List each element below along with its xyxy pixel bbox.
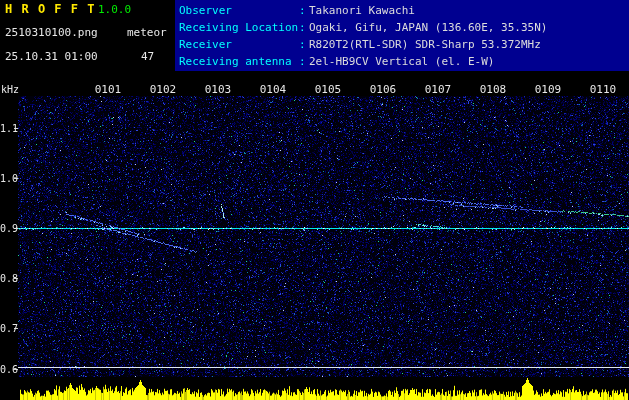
info-row-observer: Observer : Takanori Kawachi <box>179 2 629 19</box>
info-row-location: Receiving Location : Ogaki, Gifu, JAPAN … <box>179 19 629 36</box>
x-axis-tick-label: 0105 <box>315 83 342 96</box>
info-row-antenna: Receiving antenna : 2el-HB9CV Vertical (… <box>179 53 629 70</box>
app-version: 1.0.0 <box>98 4 131 16</box>
info-separator: : <box>299 19 309 36</box>
y-axis-tick-label: 0.7 <box>0 323 16 334</box>
info-value: Takanori Kawachi <box>309 2 415 19</box>
x-axis-tick-label: 0103 <box>205 83 232 96</box>
y-axis-tick-label: 0.9 <box>0 223 16 234</box>
y-axis-tick-label: 0.8 <box>0 273 16 284</box>
echo-count: 47 <box>141 51 154 63</box>
y-axis-tick-label: 0.6 <box>0 364 16 375</box>
x-axis-tick-label: 0101 <box>95 83 122 96</box>
info-label: Observer <box>179 2 299 19</box>
info-row-receiver: Receiver : R820T2(RTL-SDR) SDR-Sharp 53.… <box>179 36 629 53</box>
y-axis-tick-label: 1.0 <box>0 173 16 184</box>
x-axis-tick-label: 0102 <box>150 83 177 96</box>
x-axis-tick-label: 0110 <box>590 83 617 96</box>
hrofft-output-image: H R O F F T 1.0.0 2510310100.png meteor … <box>0 0 629 400</box>
datetime-label: 25.10.31 01:00 <box>5 51 98 63</box>
x-axis-tick-label: 0109 <box>535 83 562 96</box>
info-label: Receiving antenna <box>179 53 299 70</box>
info-value: R820T2(RTL-SDR) SDR-Sharp 53.372MHz <box>309 36 541 53</box>
output-filename: 2510310100.png <box>5 27 98 39</box>
info-value: 2el-HB9CV Vertical (el. E-W) <box>309 53 494 70</box>
info-label: Receiving Location <box>179 19 299 36</box>
station-info-panel: Observer : Takanori Kawachi Receiving Lo… <box>175 0 629 71</box>
y-axis-unit-label: kHz <box>1 84 19 96</box>
app-title: H R O F F T <box>5 3 95 15</box>
x-axis-tick-label: 0106 <box>370 83 397 96</box>
x-axis-tick-label: 0107 <box>425 83 452 96</box>
info-value: Ogaki, Gifu, JAPAN (136.60E, 35.35N) <box>309 19 547 36</box>
y-axis-tick-label: 1.1 <box>0 123 16 134</box>
info-separator: : <box>299 36 309 53</box>
x-axis-tick-label: 0104 <box>260 83 287 96</box>
info-separator: : <box>299 53 309 70</box>
x-axis-tick-label: 0108 <box>480 83 507 96</box>
mode-label: meteor <box>127 27 167 39</box>
info-label: Receiver <box>179 36 299 53</box>
info-separator: : <box>299 2 309 19</box>
